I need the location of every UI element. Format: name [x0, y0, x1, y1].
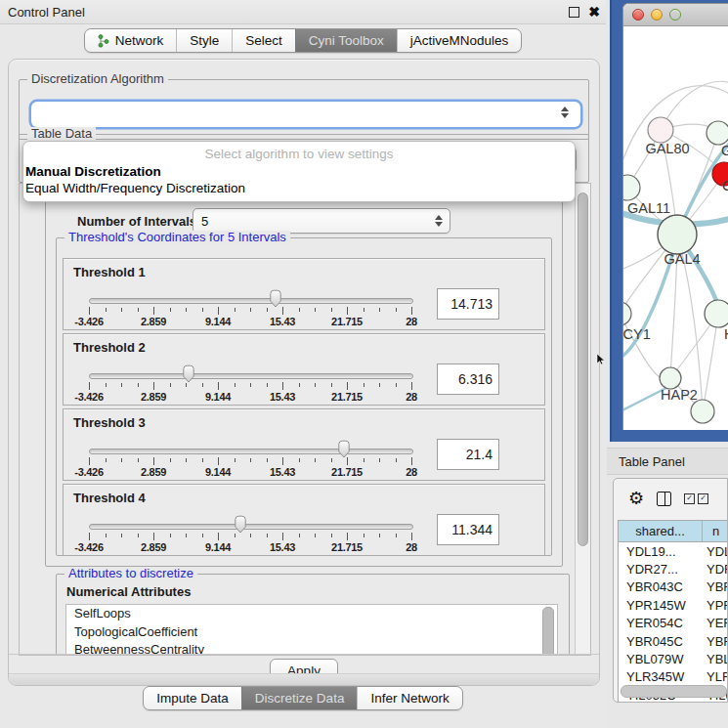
cell-shared-name[interactable]: YBL079W: [619, 652, 703, 666]
tick-label: 9.144: [205, 541, 231, 553]
threshold-slider-track[interactable]: [89, 373, 413, 379]
slider-tick-labels: -3.4262.8599.14415.4321.71528: [89, 466, 411, 478]
algorithm-dropdown-popup: Select algorithm to view settings Manual…: [22, 141, 576, 202]
popup-option-manual-discretization[interactable]: Manual Discretization: [23, 163, 575, 180]
network-canvas[interactable]: GAL80 G C GAL11 GAL4 GCY1 H HAP2: [623, 26, 728, 430]
table-panel-header: Table Panel: [607, 448, 728, 475]
threshold-label: Threshold 3: [73, 415, 146, 430]
threshold-panel-1: Threshold 1-3.4262.8599.14415.4321.71528…: [63, 258, 545, 330]
viewport-scrollbar[interactable]: [575, 184, 590, 655]
thresholds-group: Threshold's Coordinates for 5 Intervals …: [56, 237, 552, 556]
threshold-slider-track[interactable]: [89, 449, 413, 454]
node-gal80[interactable]: [648, 117, 673, 143]
table-horizontal-scrollbar[interactable]: [621, 685, 727, 698]
gear-icon[interactable]: ⚙: [628, 490, 644, 507]
cell-name[interactable]: YDL19...: [703, 544, 727, 559]
threshold-value-field[interactable]: 14.713: [437, 288, 499, 320]
panel-bottom-strip: [9, 673, 599, 685]
network-graph[interactable]: GAL80 G C GAL11 GAL4 GCY1 H HAP2: [623, 26, 728, 430]
node-gal4[interactable]: [658, 215, 697, 254]
tick-label: 28: [406, 466, 417, 478]
cell-shared-name[interactable]: YBR045C: [619, 634, 703, 649]
cell-name[interactable]: YBR045C: [703, 634, 727, 649]
threshold-value-field[interactable]: 6.316: [437, 364, 499, 395]
slider-tick-labels: -3.4262.8599.14415.4321.71528: [89, 391, 411, 403]
split-columns-icon[interactable]: [657, 492, 671, 506]
column-header-shared-name[interactable]: shared...: [619, 521, 703, 541]
tab-label: Impute Data: [156, 691, 229, 706]
checkbox-icon[interactable]: ✓: [684, 493, 695, 504]
cell-name[interactable]: YBL079W: [703, 652, 727, 666]
table-row[interactable]: YBL079WYBL079W: [619, 650, 727, 667]
node-gal11[interactable]: [623, 175, 640, 200]
viewport-scrollbar-thumb[interactable]: [578, 193, 588, 546]
table-row[interactable]: YBR045CYBR045C: [619, 632, 727, 650]
table-row[interactable]: YDL19...YDL19...: [619, 542, 727, 560]
numerical-attributes-list[interactable]: SelfLoopsTopologicalCoefficientBetweenne…: [65, 604, 558, 656]
discretization-algorithm-group: Discretization Algorithm: [19, 79, 589, 140]
threshold-value-field[interactable]: 21.4: [437, 439, 499, 470]
threshold-slider-track[interactable]: [89, 298, 413, 304]
cell-shared-name[interactable]: YDR27...: [619, 562, 703, 577]
tab-infer-network[interactable]: Infer Network: [357, 687, 461, 709]
node-gcy1[interactable]: [623, 302, 631, 325]
tab-style[interactable]: Style: [176, 29, 232, 52]
network-window-titlebar[interactable]: [623, 4, 728, 26]
node-label-gal4: GAL4: [664, 251, 700, 267]
tab-network[interactable]: Network: [85, 29, 177, 52]
popup-option-equal-width-frequency-discretization[interactable]: Equal Width/Frequency Discretization: [23, 180, 575, 196]
attribute-item-topologicalcoefficient[interactable]: TopologicalCoefficient: [66, 623, 557, 642]
algorithm-combobox[interactable]: [31, 102, 580, 127]
threshold-slider-track[interactable]: [89, 524, 413, 530]
list-scrollbar[interactable]: [542, 607, 554, 656]
combo-spinner-icon[interactable]: [560, 107, 569, 118]
tick-label: 2.859: [141, 391, 166, 403]
table-row[interactable]: YDR27...YDR27...: [619, 560, 727, 578]
tab-jactivemnodules[interactable]: jActiveMNodules: [397, 29, 522, 52]
cell-name[interactable]: YPR145W: [703, 598, 727, 613]
float-window-icon[interactable]: [569, 7, 579, 18]
top-tab-bar: NetworkStyleSelectCyni ToolboxjActiveMNo…: [0, 28, 606, 53]
table-panel-title: Table Panel: [619, 454, 685, 469]
cell-name[interactable]: YBR043C: [703, 579, 727, 594]
table-browser: ⚙ ✓ ✓ shared... n YDL19...YDL19...YDR27.…: [613, 478, 728, 703]
close-icon[interactable]: ✖: [588, 5, 600, 19]
node-partial-h[interactable]: [705, 300, 728, 327]
cell-shared-name[interactable]: YBR043C: [619, 579, 703, 594]
table-row[interactable]: YPR145WYPR145W: [619, 596, 727, 614]
right-region: GAL80 G C GAL11 GAL4 GCY1 H HAP2 Table P…: [607, 0, 728, 728]
tab-select[interactable]: Select: [232, 29, 295, 52]
control-panel-titlebar: Control Panel ✖: [0, 0, 606, 24]
slider-ticks: [89, 533, 411, 540]
node-partial-bottom[interactable]: [691, 400, 714, 423]
cell-shared-name[interactable]: YER054C: [619, 616, 703, 630]
tick-label: 15.43: [270, 316, 295, 327]
column-header-name[interactable]: n: [703, 521, 727, 541]
table-row[interactable]: YER054CYER054C: [619, 615, 727, 632]
slider-tick-labels: -3.4262.8599.14415.4321.71528: [89, 541, 411, 553]
threshold-label: Threshold 1: [73, 265, 146, 279]
node-partial-top-right[interactable]: [707, 121, 728, 145]
node-hap2[interactable]: [660, 367, 681, 389]
minimize-traffic-light[interactable]: [651, 9, 663, 21]
cell-shared-name[interactable]: YLR345W: [619, 669, 703, 684]
cyni-toolbox-panel: Discretization Algorithm Select algorith…: [8, 59, 600, 686]
tab-impute-data[interactable]: Impute Data: [144, 687, 241, 709]
checkbox-icon[interactable]: ✓: [698, 493, 708, 504]
combo-spinner-icon[interactable]: [434, 215, 443, 227]
cell-name[interactable]: YDR27...: [703, 562, 727, 577]
threshold-value-field[interactable]: 11.344: [437, 514, 499, 545]
cell-name[interactable]: YER054C: [703, 616, 727, 630]
cell-name[interactable]: YLR345W: [703, 669, 727, 684]
table-row[interactable]: YBR043CYBR043C: [619, 578, 727, 596]
zoom-traffic-light[interactable]: [669, 9, 681, 21]
tab-cyni-toolbox[interactable]: Cyni Toolbox: [295, 29, 397, 52]
close-traffic-light[interactable]: [632, 9, 644, 21]
network-window: GAL80 G C GAL11 GAL4 GCY1 H HAP2: [622, 3, 728, 430]
tick-label: 9.144: [205, 316, 231, 327]
attribute-item-selfloops[interactable]: SelfLoops: [66, 605, 557, 623]
table-row[interactable]: YLR345WYLR345W: [619, 668, 727, 686]
cell-shared-name[interactable]: YPR145W: [619, 598, 703, 613]
tab-discretize-data[interactable]: Discretize Data: [241, 687, 358, 709]
cell-shared-name[interactable]: YDL19...: [619, 544, 703, 559]
